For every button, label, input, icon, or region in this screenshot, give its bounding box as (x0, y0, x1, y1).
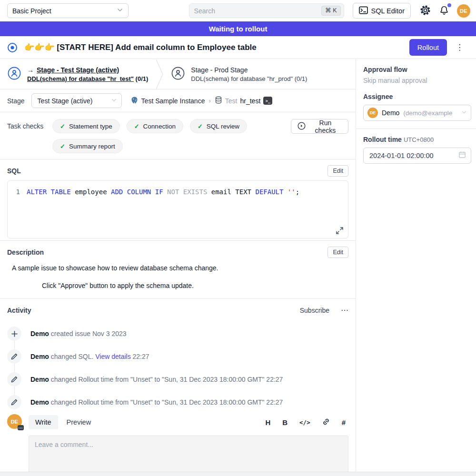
sql-editor-button[interactable]: SQL Editor (353, 3, 411, 19)
stage-pipeline: →Stage - Test Stage (active) DDL(schema)… (0, 59, 356, 89)
stage-select-row: Stage Test Stage (active) Test Sample In… (0, 89, 356, 112)
comment-composer: DE ••• Write Preview H B </> # (0, 409, 356, 475)
speech-bubble-icon: ••• (18, 425, 24, 430)
stage-dropdown[interactable]: Test Stage (active) (31, 93, 122, 108)
active-stage-arrow: → (27, 66, 34, 74)
check-chip[interactable]: ✓Summary report (52, 139, 123, 153)
activity-actor: Demo (30, 330, 49, 337)
user-avatar[interactable]: DE (457, 4, 470, 18)
description-edit-button[interactable]: Edit (327, 247, 348, 258)
rollout-time-input[interactable] (369, 152, 458, 159)
database-icon (215, 96, 222, 105)
heading-icon[interactable]: H (265, 418, 270, 426)
notification-dot (447, 3, 451, 7)
description-text: A sample issue to showcase how to review… (12, 264, 348, 272)
notifications-button[interactable] (439, 5, 449, 17)
approval-flow-label: Approval flow (363, 66, 471, 73)
kebab-menu-button[interactable]: ⋮ (456, 43, 464, 51)
subscribe-button[interactable]: Subscribe (300, 307, 329, 314)
bottom-edge (0, 472, 476, 476)
check-chip-label: Connection (143, 123, 176, 130)
assignee-email: (demo@example (403, 109, 457, 117)
rollout-time-picker[interactable] (363, 148, 471, 164)
check-chip-label: SQL review (207, 123, 239, 130)
activity-text: Demo changed Rollout time from "Unset" t… (30, 398, 283, 406)
stage-name: Stage - Test Stage (active) (37, 66, 119, 74)
instance-name[interactable]: Test Sample Instance (141, 97, 205, 105)
stage-separator-chevron (156, 59, 163, 89)
stage-item-test[interactable]: →Stage - Test Stage (active) DDL(schema)… (0, 59, 153, 89)
check-icon: ✓ (134, 123, 139, 130)
status-banner: Waiting to rollout (0, 21, 476, 36)
timeline-connector (14, 341, 15, 349)
assignee-name: Demo (382, 109, 399, 117)
activity-item: Demo changed Rollout time from "Unset" t… (7, 372, 348, 387)
activity-item: Demo changed Rollout time from "Unset" t… (7, 395, 348, 409)
sql-code-editor[interactable]: 1 ALTER TABLE employee ADD COLUMN IF NOT… (7, 180, 348, 238)
more-options-icon[interactable]: ⋯ (341, 307, 348, 314)
comment-input[interactable] (29, 436, 348, 473)
issue-sidebar: Approval flow Skip manual approval Assig… (356, 59, 476, 476)
pencil-icon (7, 372, 21, 387)
chevron-down-icon (461, 109, 467, 117)
tab-preview[interactable]: Preview (60, 415, 98, 429)
settings-button[interactable] (419, 4, 431, 18)
stage-dropdown-value: Test Stage (active) (38, 97, 93, 105)
check-icon: ✓ (60, 123, 65, 130)
project-select[interactable]: Basic Project (7, 3, 129, 18)
chevron-down-icon (117, 7, 123, 15)
link-icon[interactable] (322, 418, 330, 427)
issue-title: 👉👉👉 [START HERE] Add email column to Emp… (24, 42, 409, 52)
assignee-label: Assignee (363, 93, 471, 100)
stage-task: DDL(schema) for database "hr_prod" (0/1) (191, 75, 307, 82)
stage-task-count: (0/1) (134, 75, 148, 82)
calendar-icon (458, 151, 466, 160)
sql-editor-label: SQL Editor (371, 7, 405, 15)
activity-actor: Demo (30, 376, 49, 383)
chevron-down-icon (111, 97, 117, 105)
open-in-sql-editor-icon[interactable]: >_ (263, 97, 272, 105)
search-box[interactable]: ⌘ K (189, 3, 344, 18)
sql-heading: SQL (7, 167, 21, 175)
top-bar: Basic Project ⌘ K SQL Editor DE (0, 0, 476, 21)
activity-text: Demo changed SQL. View details 22:27 (30, 353, 149, 360)
pencil-icon (7, 349, 21, 364)
database-breadcrumb: Test Sample Instance › Test hr_test >_ (130, 96, 273, 106)
database-name[interactable]: hr_test (240, 97, 260, 105)
sidebar-divider (356, 129, 476, 129)
expand-icon[interactable] (336, 227, 343, 234)
check-chip[interactable]: ✓SQL review (190, 119, 247, 133)
comment-avatar: DE ••• (7, 414, 22, 429)
run-checks-label: Run checks (309, 119, 342, 134)
stage-label: Stage (7, 97, 25, 105)
assignee-avatar: DE (367, 108, 378, 118)
assignee-dropdown[interactable]: DE Demo (demo@example (363, 105, 471, 121)
timeline-connector (14, 364, 15, 372)
postgres-icon (130, 96, 139, 106)
rollout-time-label: Rollout timeUTC+0800 (363, 136, 471, 143)
check-chip[interactable]: ✓Connection (127, 119, 183, 133)
rollout-button[interactable]: Rollout (409, 39, 447, 56)
search-shortcut-badge: ⌘ K (321, 6, 340, 16)
stage-item-prod[interactable]: Stage - Prod Stage DDL(schema) for datab… (163, 59, 312, 89)
approval-flow-value: Skip manual approval (363, 77, 471, 84)
tab-write[interactable]: Write (29, 415, 58, 429)
check-chip[interactable]: ✓Statement type (52, 119, 120, 133)
activity-item: Demo created issue Nov 3 2023 (7, 327, 348, 341)
bold-icon[interactable]: B (282, 418, 288, 426)
sql-edit-button[interactable]: Edit (327, 165, 348, 177)
hash-icon[interactable]: # (342, 418, 346, 426)
stage-name: Stage - Prod Stage (191, 66, 307, 74)
issue-status-icon (7, 42, 18, 53)
activity-text: Demo created issue Nov 3 2023 (30, 330, 127, 337)
line-number: 1 (8, 188, 27, 196)
task-checks-label: Task checks (7, 119, 52, 133)
run-checks-button[interactable]: Run checks (291, 119, 348, 134)
search-input[interactable] (194, 7, 322, 15)
view-details-link[interactable]: View details (95, 353, 130, 360)
description-section: Description Edit A sample issue to showc… (0, 241, 356, 299)
stage-assignee-icon (171, 66, 185, 82)
check-icon: ✓ (60, 143, 65, 150)
code-icon[interactable]: </> (299, 419, 310, 426)
stage-task: DDL(schema) for database "hr_test" (27, 75, 134, 82)
